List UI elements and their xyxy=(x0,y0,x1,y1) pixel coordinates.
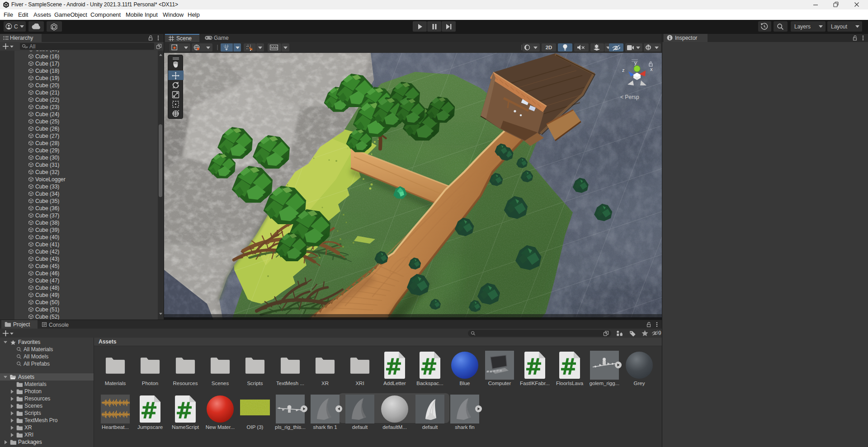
svg-text:y: y xyxy=(634,60,637,66)
svg-text:x: x xyxy=(650,66,653,72)
svg-text:z: z xyxy=(622,67,625,73)
